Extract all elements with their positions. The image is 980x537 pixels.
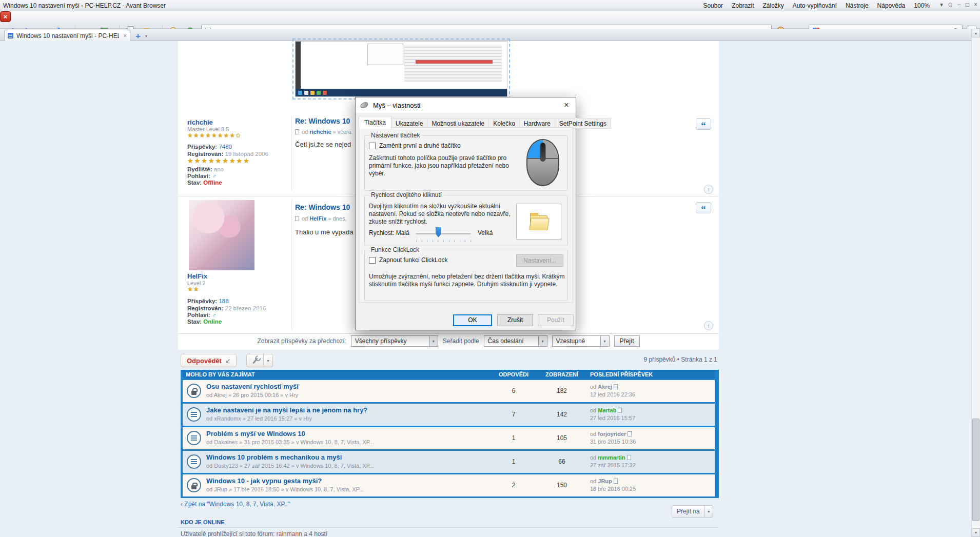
menu-napoveda[interactable]: Nápověda xyxy=(877,2,906,9)
dialog-title-bar[interactable]: Myš – vlastnosti xyxy=(356,97,576,113)
topic-tools-button[interactable] xyxy=(246,354,264,367)
post-subject[interactable]: Re: Windows 10 xyxy=(295,203,350,211)
select-caret-icon: ▾ xyxy=(538,336,547,346)
scroll-top-button[interactable]: ↑ xyxy=(704,321,713,330)
online-user-link[interactable]: rainmann xyxy=(277,530,302,537)
clicklock-checkbox-row[interactable]: Zapnout funkci ClickLock xyxy=(369,256,447,264)
scrollbar-up-icon[interactable]: ▲ xyxy=(972,29,980,37)
last-poster-link[interactable]: Akrej xyxy=(598,384,612,390)
close-icon[interactable]: × xyxy=(974,1,977,8)
restore-icon[interactable]: □ xyxy=(966,1,969,8)
goto-post-icon[interactable] xyxy=(628,431,632,436)
go-submit-button[interactable]: Přejít xyxy=(614,335,640,347)
sort-by-select[interactable]: Čas odeslání▾ xyxy=(484,335,547,347)
meta-author-link[interactable]: richchie xyxy=(309,129,331,135)
speed-slider-track[interactable] xyxy=(416,233,471,235)
stop-button[interactable]: × xyxy=(0,11,11,22)
goto-post-icon[interactable] xyxy=(618,408,622,413)
meta-author-link[interactable]: HelFix xyxy=(309,215,326,222)
reply-button[interactable]: Odpovědět↙ xyxy=(181,354,237,367)
group-legend: Nastavení tlačítek xyxy=(369,132,422,139)
last-poster-link[interactable]: Martab xyxy=(598,407,616,413)
views-count: 150 xyxy=(539,482,585,489)
swap-buttons-checkbox-row[interactable]: Zaměnit první a druhé tlačítko xyxy=(369,142,461,149)
registered-label: Registrován: xyxy=(187,151,223,157)
tab-active[interactable]: Windows 10 nastavení myši - PC-HELP.... … xyxy=(4,30,130,41)
last-poster-link[interactable]: JRup xyxy=(598,478,612,484)
double-click-group: Rychlost dvojitého kliknutí Dvojitým kli… xyxy=(364,195,568,246)
mouse-illustration xyxy=(526,139,559,186)
scroll-top-button[interactable]: ↑ xyxy=(704,185,713,194)
topic-title-link[interactable]: Problém s myší ve Windows 10 xyxy=(206,430,305,437)
dialog-close-button[interactable]: × xyxy=(558,98,575,112)
topic-tools-caret-button[interactable]: ▾ xyxy=(264,354,273,367)
tab-tlacitka[interactable]: Tlačítka xyxy=(359,116,391,129)
topic-meta: od Akrej » 26 pro 2015 00:16 » v Hry xyxy=(206,392,298,398)
menu-zobrazit[interactable]: Zobrazit xyxy=(732,2,754,9)
topic-title-link[interactable]: Jaké nastavení je na myši lepší a ne jen… xyxy=(206,406,367,414)
chevron-down-icon[interactable]: ▾ xyxy=(940,1,943,8)
goto-post-icon[interactable] xyxy=(627,455,631,460)
quote-icon: “ xyxy=(701,120,706,131)
last-post-cell: od forjoyrider 31 pro 2015 10:36 xyxy=(590,430,636,446)
registered-value: 22 březen 2016 xyxy=(225,305,266,311)
post-divider xyxy=(291,116,292,191)
topic-title-link[interactable]: Windows 10 - jak vypnu gesta myši? xyxy=(206,477,322,485)
checkbox-icon[interactable] xyxy=(369,143,376,149)
registered-value: 19 listopad 2006 xyxy=(225,151,268,157)
status-row: Stav: Online xyxy=(187,319,222,325)
related-topics-header: MOHLO BY VÁS ZAJÍMAT ODPOVĚDI ZOBRAZENÍ … xyxy=(183,370,715,379)
mouse-body xyxy=(526,139,559,186)
scrollbar-thumb[interactable] xyxy=(972,419,979,521)
residence-value: ano xyxy=(214,166,224,172)
goto-post-icon[interactable] xyxy=(614,384,618,389)
quote-button[interactable]: “ xyxy=(696,202,711,213)
new-tab-caret-icon[interactable]: ▾ xyxy=(145,34,147,38)
scrollbar-down-icon[interactable]: ▼ xyxy=(972,528,980,537)
post-author-name[interactable]: HelFix xyxy=(187,272,207,280)
registered-row: Registrován: 19 listopad 2006 xyxy=(187,151,268,157)
meta-date: » dnes, xyxy=(328,215,346,222)
folder-icon[interactable] xyxy=(530,215,547,229)
topic-title-link[interactable]: Osu nastavení rychlosti myši xyxy=(206,383,299,390)
jump-to-button[interactable]: Přejít na ▾ xyxy=(672,505,713,518)
topic-title-link[interactable]: Windows 10 problém s mechanikou a myší xyxy=(206,453,342,461)
menu-soubor[interactable]: Soubor xyxy=(703,2,723,9)
new-tab-button[interactable]: + xyxy=(135,31,141,42)
double-click-test-area[interactable] xyxy=(516,204,561,240)
menu-nastroje[interactable]: Nástroje xyxy=(846,2,869,9)
back-to-forum-link[interactable]: ‹ Zpět na "Windows 10, 8, 7, Vista, XP..… xyxy=(181,501,290,508)
screenshot-menu-box xyxy=(367,44,403,65)
show-posts-select[interactable]: Všechny příspěvky▾ xyxy=(351,335,438,347)
menu-auto-vyplnovani[interactable]: Auto-vyplňování xyxy=(793,2,837,9)
avatar[interactable] xyxy=(189,200,254,270)
sort-direction-select[interactable]: Vzestupně▾ xyxy=(552,335,610,347)
page-scrollbar[interactable]: ▲ ▼ xyxy=(971,29,980,537)
last-poster-link[interactable]: forjoyrider xyxy=(598,431,626,437)
quote-button[interactable]: “ xyxy=(696,118,711,130)
dialog-tab-page: Nastavení tlačítek Zaměnit první a druhé… xyxy=(359,127,573,303)
menu-zalozky[interactable]: Záložky xyxy=(762,2,783,9)
ok-button[interactable]: OK xyxy=(453,314,492,326)
sort-by-label: Seřadit podle xyxy=(443,337,479,345)
group-description: Zaškrtnutí tohoto políčka použije pravé … xyxy=(369,154,509,177)
star-icon[interactable]: ✩ xyxy=(948,1,953,8)
related-title: MOHLO BY VÁS ZAJÍMAT xyxy=(186,371,255,377)
checkbox-icon[interactable] xyxy=(369,257,376,264)
post-screenshot-thumbnail[interactable] xyxy=(295,41,507,97)
show-posts-value: Všechny příspěvky xyxy=(355,337,407,345)
last-poster-link[interactable]: mmmartin xyxy=(598,454,625,461)
goto-post-icon[interactable] xyxy=(614,479,618,484)
zoom-level[interactable]: 100% xyxy=(914,2,930,9)
table-row: Osu nastavení rychlosti myši od Akrej » … xyxy=(183,380,715,402)
post-author-name[interactable]: richchie xyxy=(187,118,213,126)
tab-close-icon[interactable]: × xyxy=(123,32,127,39)
post-subject[interactable]: Re: Windows 10 xyxy=(295,117,350,125)
cancel-button[interactable]: Zrušit xyxy=(497,314,533,326)
last-post-date: 18 bře 2016 00:25 xyxy=(590,486,636,492)
post-divider xyxy=(291,200,292,329)
minimize-icon[interactable]: – xyxy=(957,1,961,8)
speed-slider-thumb[interactable] xyxy=(436,227,441,237)
table-row: Windows 10 - jak vypnu gesta myši? od JR… xyxy=(183,474,715,496)
meta-od: od xyxy=(302,215,308,222)
